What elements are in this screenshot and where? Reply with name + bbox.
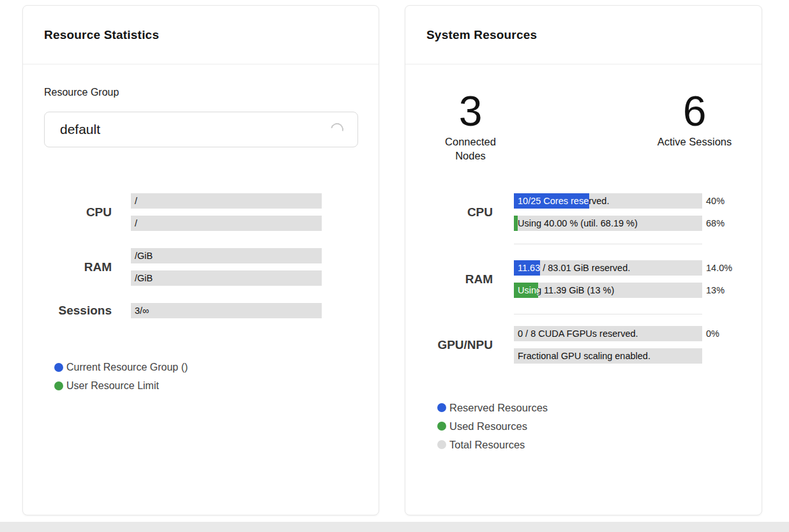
cpu-label: CPU	[426, 205, 493, 219]
gpu-reserved-percent: 0%	[706, 329, 719, 339]
gpu-scaling-info-bar: Fractional GPU scaling enabled. Fraction…	[514, 348, 702, 364]
cpu-usage-group: CPU 10/25 Cores reserved. 10/25 Cores re…	[405, 193, 762, 231]
page-bottom-strip	[0, 522, 789, 532]
legend-used-resources: Used Resources	[437, 420, 548, 432]
cpu-resource-group-bar: / /	[131, 193, 322, 209]
divider	[514, 314, 702, 314]
active-sessions-stat: 6 Active Sessions	[643, 89, 746, 149]
resource-limit-rows: CPU / / / / RAM /GiB /GiB /Gi	[23, 193, 379, 318]
gpu-usage-group: GPU/NPU 0 / 8 CUDA FGPUs reserved. 0 / 8…	[405, 326, 762, 364]
resource-statistics-legend: Current Resource Group () User Resource …	[54, 361, 188, 392]
legend-total-resources: Total Resources	[437, 438, 548, 451]
cpu-label: CPU	[45, 205, 112, 219]
legend-current-resource-group: Current Resource Group ()	[54, 361, 188, 374]
sessions-limit-group: Sessions 3/∞ 3/∞	[23, 303, 379, 318]
ram-limit-group: RAM /GiB /GiB /GiB /GiB	[23, 248, 379, 286]
gpu-npu-label: GPU/NPU	[426, 338, 493, 352]
ram-label: RAM	[45, 260, 112, 274]
cpu-reserved-meter: 10/25 Cores reserved. 10/25 Cores reserv…	[514, 193, 702, 209]
loading-spinner-icon	[328, 121, 345, 138]
legend-reserved-resources: Reserved Resources	[437, 401, 548, 414]
legend-label: Reserved Resources	[449, 401, 548, 414]
resource-group-label: Resource Group	[44, 87, 357, 98]
ram-used-meter: Using 11.39 GiB (13 %) Using 11.39 GiB (…	[514, 283, 702, 298]
legend-label: User Resource Limit	[66, 380, 159, 392]
cpu-used-percent: 68%	[706, 218, 725, 228]
divider	[514, 244, 702, 244]
legend-label: Total Resources	[449, 438, 525, 451]
system-resource-rows: CPU 10/25 Cores reserved. 10/25 Cores re…	[405, 193, 762, 364]
green-dot-icon	[437, 422, 446, 431]
ram-usage-group: RAM 11.63 / 83.01 GiB reserved. 11.63 / …	[405, 260, 762, 298]
system-resources-title: System Resources	[426, 28, 537, 42]
resource-group-select[interactable]: default	[44, 112, 358, 147]
active-sessions-value: 6	[643, 89, 746, 133]
gpu-reserved-meter: 0 / 8 CUDA FGPUs reserved. 0 / 8 CUDA FG…	[514, 326, 702, 341]
connected-nodes-stat: 3 Connected Nodes	[435, 89, 506, 163]
green-dot-icon	[54, 381, 63, 390]
cpu-limit-group: CPU / / / /	[23, 193, 379, 231]
resource-statistics-header: Resource Statistics	[23, 6, 379, 64]
ram-reserved-meter: 11.63 / 83.01 GiB reserved. 11.63 / 83.0…	[514, 260, 702, 276]
cpu-used-meter: Using 40.00 % (util. 68.19 %) Using 40.0…	[514, 216, 702, 231]
blue-dot-icon	[54, 363, 63, 372]
ram-label: RAM	[426, 272, 493, 286]
resource-group-select-value: default	[60, 122, 100, 137]
legend-user-resource-limit: User Resource Limit	[54, 380, 188, 392]
connected-nodes-value: 3	[435, 89, 506, 133]
system-resources-card: System Resources 3 Connected Nodes 6 Act…	[405, 5, 762, 515]
sessions-bar: 3/∞ 3/∞	[131, 303, 322, 318]
cpu-reserved-percent: 40%	[706, 196, 725, 206]
legend-label: Current Resource Group ()	[66, 361, 188, 374]
gray-dot-icon	[437, 440, 446, 449]
connected-nodes-label: Connected Nodes	[435, 135, 506, 163]
ram-reserved-percent: 14.0%	[706, 263, 732, 273]
sessions-label: Sessions	[45, 304, 112, 318]
ram-user-limit-bar: /GiB /GiB	[131, 270, 322, 286]
blue-dot-icon	[437, 403, 446, 412]
active-sessions-label: Active Sessions	[643, 135, 746, 149]
legend-label: Used Resources	[449, 420, 527, 432]
resource-statistics-title: Resource Statistics	[44, 28, 159, 42]
system-resources-header: System Resources	[405, 6, 762, 64]
resource-statistics-card: Resource Statistics Resource Group defau…	[22, 5, 379, 515]
ram-resource-group-bar: /GiB /GiB	[131, 248, 322, 263]
system-resources-legend: Reserved Resources Used Resources Total …	[437, 401, 548, 451]
ram-used-percent: 13%	[706, 285, 725, 295]
cpu-user-limit-bar: / /	[131, 216, 322, 231]
